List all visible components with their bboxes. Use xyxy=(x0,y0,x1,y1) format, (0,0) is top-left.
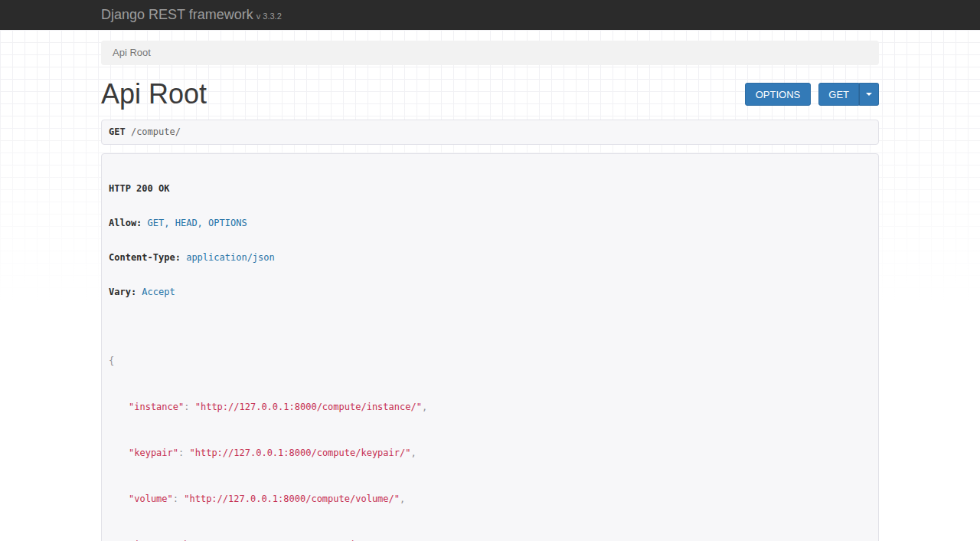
caret-down-icon xyxy=(866,93,872,96)
version-label: v 3.3.2 xyxy=(256,11,282,21)
breadcrumb-item-api-root[interactable]: Api Root xyxy=(113,47,151,58)
request-summary: GET /compute/ xyxy=(101,120,879,145)
page-title: Api Root xyxy=(101,78,207,110)
status-line: HTTP 200 OK xyxy=(109,183,871,195)
json-comma: , xyxy=(410,448,416,458)
json-colon: : xyxy=(173,493,184,504)
get-dropdown-toggle[interactable] xyxy=(859,83,879,106)
navbar-inner: Django REST frameworkv 3.3.2 xyxy=(101,7,879,23)
json-row: "keypair": "http://127.0.0.1:8000/comput… xyxy=(109,448,871,459)
request-path: /compute/ xyxy=(131,126,181,137)
header-value: Accept xyxy=(142,287,175,297)
json-comma: , xyxy=(400,493,405,504)
json-url-link[interactable]: "http://127.0.0.1:8000/compute/keypair/" xyxy=(189,448,410,458)
heading-row: Api Root OPTIONS GET xyxy=(101,77,879,112)
top-navbar: Django REST frameworkv 3.3.2 xyxy=(0,0,980,30)
get-button-group: GET xyxy=(818,83,879,106)
response-header-row: Allow: GET, HEAD, OPTIONS xyxy=(109,218,871,229)
response-header-row: Vary: Accept xyxy=(109,287,871,298)
json-row: "instance": "http://127.0.0.1:8000/compu… xyxy=(109,402,871,413)
breadcrumb: Api Root xyxy=(101,41,879,65)
main-container: Api Root Api Root OPTIONS GET GET /compu… xyxy=(101,41,879,541)
header-name: Content-Type: xyxy=(109,252,181,263)
brand-link[interactable]: Django REST frameworkv 3.3.2 xyxy=(101,7,282,23)
json-colon: : xyxy=(178,448,189,458)
json-url-link[interactable]: "http://127.0.0.1:8000/compute/volume/" xyxy=(184,493,400,504)
json-row: "volume": "http://127.0.0.1:8000/compute… xyxy=(109,493,871,505)
response-header-row: Content-Type: application/json xyxy=(109,252,871,264)
json-url-link[interactable]: "http://127.0.0.1:8000/compute/instance/… xyxy=(195,402,422,412)
json-open-brace: { xyxy=(109,356,871,367)
request-method: GET xyxy=(109,126,126,137)
json-key: "keypair" xyxy=(129,448,178,458)
brand-title: Django REST framework xyxy=(101,7,253,22)
header-value: application/json xyxy=(186,252,275,263)
response-panel: HTTP 200 OK Allow: GET, HEAD, OPTIONS Co… xyxy=(101,153,879,541)
options-button[interactable]: OPTIONS xyxy=(745,83,812,106)
json-key: "instance" xyxy=(129,402,184,412)
action-buttons: OPTIONS GET xyxy=(745,83,879,106)
json-key: "volume" xyxy=(129,493,173,504)
header-value: GET, HEAD, OPTIONS xyxy=(148,218,247,228)
blank-line xyxy=(109,321,871,333)
json-colon: : xyxy=(184,402,194,412)
header-name: Vary: xyxy=(109,287,136,297)
header-name: Allow: xyxy=(109,218,142,228)
get-button[interactable]: GET xyxy=(818,83,859,106)
json-comma: , xyxy=(422,402,427,412)
